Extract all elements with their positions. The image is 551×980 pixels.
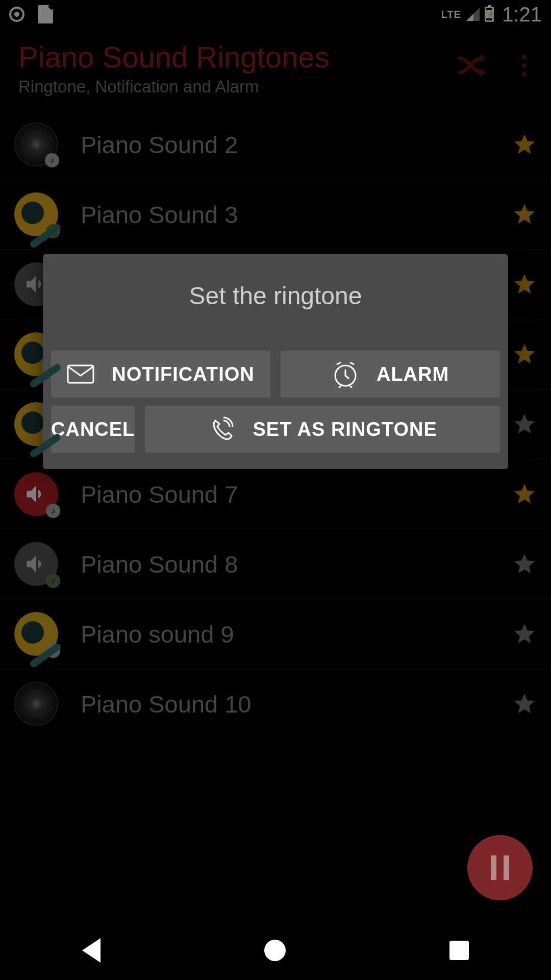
nav-home-button[interactable] xyxy=(264,940,286,961)
envelope-icon xyxy=(67,364,94,384)
nav-bar xyxy=(0,921,551,980)
notification-button[interactable]: NOTIFICATION xyxy=(51,351,270,398)
ringtone-dialog: Set the ringtone NOTIFICATION ALARM CANC… xyxy=(43,254,508,469)
svg-rect-0 xyxy=(68,365,93,383)
cancel-button[interactable]: CANCEL xyxy=(51,406,135,453)
cancel-label: CANCEL xyxy=(51,419,135,440)
phone-ringing-icon xyxy=(208,415,236,443)
notification-label: NOTIFICATION xyxy=(112,363,254,385)
nav-back-button[interactable] xyxy=(82,938,101,963)
pause-fab[interactable] xyxy=(467,835,533,900)
dialog-title: Set the ringtone xyxy=(51,282,500,310)
set-ringtone-button[interactable]: SET AS RINGTONE xyxy=(145,406,500,453)
nav-recent-button[interactable] xyxy=(449,941,469,960)
modal-overlay[interactable] xyxy=(0,0,551,980)
alarm-label: ALARM xyxy=(377,363,449,385)
set-ringtone-label: SET AS RINGTONE xyxy=(253,419,437,440)
pause-icon xyxy=(491,855,496,880)
alarm-clock-icon xyxy=(332,360,359,388)
alarm-button[interactable]: ALARM xyxy=(281,351,500,398)
